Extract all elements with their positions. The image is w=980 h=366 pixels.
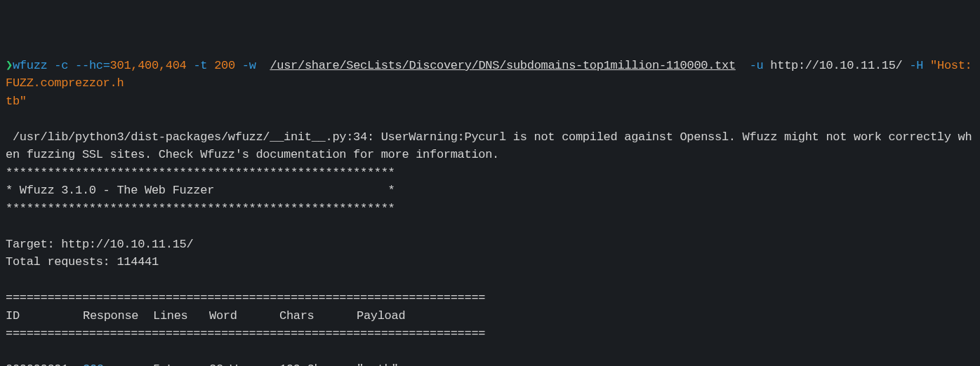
result-lines: 5 L xyxy=(153,360,209,366)
table-row: 000000291:3025 L22 W199 Ch"auth" xyxy=(6,360,974,366)
header-chars: Chars xyxy=(279,307,357,325)
flag-threads: -t xyxy=(193,59,207,72)
table-header-row: IDResponseLinesWordCharsPayload xyxy=(6,307,974,325)
result-chars: 199 Ch xyxy=(279,360,357,366)
result-id: 000000291: xyxy=(6,360,83,366)
host-header-part2: tb" xyxy=(6,95,27,108)
header-payload: Payload xyxy=(357,307,974,325)
header-lines: Lines xyxy=(153,307,209,325)
target-url-arg: http://10.10.11.15/ xyxy=(770,59,902,72)
flag-color: -c xyxy=(54,59,68,72)
result-payload: "auth" xyxy=(357,360,974,366)
total-requests-label: Total requests: xyxy=(6,255,117,269)
prompt-icon: ❯ xyxy=(6,59,13,72)
warning-text: /usr/lib/python3/dist-packages/wfuzz/__i… xyxy=(6,130,972,162)
banner-stars-bottom: ****************************************… xyxy=(6,202,395,215)
terminal-output: ❯wfuzz -c --hc=301,400,404 -t 200 -w /us… xyxy=(6,57,974,367)
flag-url: -u xyxy=(750,59,764,72)
divider-bottom: ========================================… xyxy=(6,327,485,340)
result-word: 22 W xyxy=(209,360,279,366)
results-list: 000000291:3025 L22 W199 Ch"auth"00000051… xyxy=(6,360,974,366)
banner-stars-top: ****************************************… xyxy=(6,166,395,179)
target-label: Target: xyxy=(6,238,61,251)
banner-title: * Wfuzz 3.1.0 - The Web Fuzzer * xyxy=(6,184,395,197)
command-tool: wfuzz xyxy=(13,59,48,72)
flag-wordlist: -w xyxy=(242,59,256,72)
divider-top: ========================================… xyxy=(6,291,485,304)
flag-hc: --hc= xyxy=(75,59,110,72)
target-url: http://10.10.11.15/ xyxy=(61,238,193,251)
threads-count: 200 xyxy=(214,59,235,72)
header-word: Word xyxy=(209,307,279,325)
wordlist-path: /usr/share/SecLists/Discovery/DNS/subdom… xyxy=(270,59,735,72)
result-response-code: 302 xyxy=(83,360,153,366)
header-id: ID xyxy=(6,307,83,325)
hc-codes: 301,400,404 xyxy=(110,59,187,72)
header-response: Response xyxy=(83,307,153,325)
flag-header: -H xyxy=(909,59,923,72)
total-requests-value: 114441 xyxy=(117,255,158,269)
command-line[interactable]: ❯wfuzz -c --hc=301,400,404 -t 200 -w /us… xyxy=(6,57,974,111)
